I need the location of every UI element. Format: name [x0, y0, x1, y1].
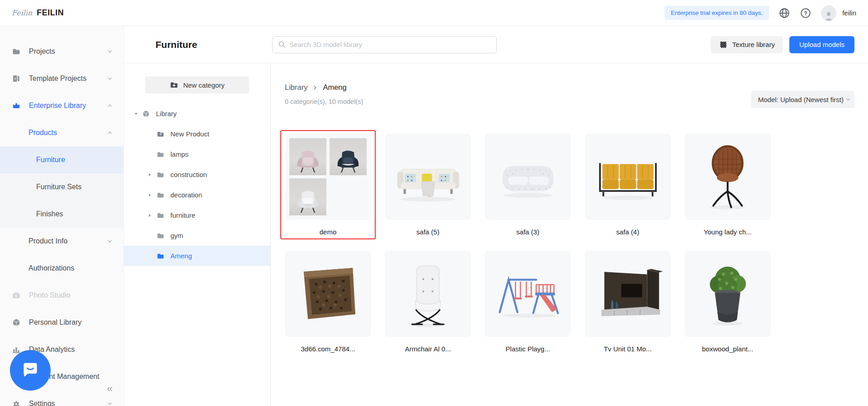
model-label: safa (3) — [485, 228, 571, 236]
chevron-down-icon — [107, 401, 113, 406]
model-label: 3d66.com_4784... — [285, 345, 371, 353]
thumb-armchair-navy — [330, 138, 367, 175]
sidebar: Projects Template Projects Enterprise Li… — [0, 26, 124, 406]
caret-right-icon[interactable] — [147, 193, 152, 197]
chat-widget-button[interactable] — [10, 350, 51, 391]
avatar[interactable] — [821, 5, 836, 21]
caret-right-icon[interactable] — [147, 173, 152, 177]
model-label: boxwood_plant... — [684, 345, 771, 353]
search-input[interactable] — [289, 41, 491, 48]
folder-icon — [156, 252, 165, 260]
model-card-tv-unit[interactable]: Tv Unit 01 Mo... — [580, 247, 675, 356]
sidebar-collapse-control[interactable]: « — [107, 383, 113, 395]
page-title: Furniture — [156, 39, 197, 50]
model-card-boxwood-plant[interactable]: boxwood_plant... — [680, 247, 775, 356]
model-card-3d66-panel[interactable]: 3d66.com_4784... — [280, 247, 376, 356]
folder-icon — [156, 171, 165, 179]
sidebar-item-photo-studio[interactable]: Photo Studio — [0, 282, 123, 309]
thumb-armchair-white — [289, 178, 326, 215]
sidebar-item-enterprise-library[interactable]: Enterprise Library — [0, 92, 123, 119]
globe-icon[interactable] — [778, 7, 790, 19]
template-projects-icon — [12, 74, 21, 83]
gear-icon — [12, 399, 21, 406]
camera-icon — [12, 291, 21, 300]
help-icon[interactable]: ? — [800, 7, 811, 19]
folder-question-icon: ? — [156, 130, 165, 138]
chevron-down-icon — [107, 76, 113, 81]
chevron-down-icon — [107, 238, 113, 244]
model-thumbnail — [585, 134, 671, 220]
folder-icon — [156, 191, 165, 199]
topbar: Feilin FEILIN Enterprise trial expires i… — [0, 0, 868, 26]
tree-node-gym[interactable]: gym — [124, 225, 270, 246]
model-card-safa-4[interactable]: safa (4) — [580, 130, 675, 239]
tree-node-library[interactable]: Library — [124, 103, 270, 124]
trial-notice-badge[interactable]: Enterprise trial expires in 80 days. — [665, 6, 769, 20]
model-card-plastic-playground[interactable]: Plastic Playg... — [480, 247, 576, 356]
sidebar-item-settings[interactable]: Settings — [0, 390, 123, 406]
model-card-armchair-al[interactable]: Armchair Al 0... — [380, 247, 476, 356]
model-thumbnail — [585, 251, 671, 337]
sidebar-item-furniture-sets[interactable]: Furniture Sets — [0, 173, 123, 201]
model-label: Plastic Playg... — [485, 345, 571, 353]
model-thumbnail — [385, 251, 471, 337]
svg-text:?: ? — [804, 9, 807, 16]
texture-icon — [719, 40, 728, 49]
svg-text:?: ? — [160, 132, 162, 136]
model-thumbnail — [485, 134, 571, 220]
category-tree-panel: New category Library ? New Product la — [124, 63, 271, 406]
model-thumbnail — [385, 134, 471, 220]
folder-icon — [12, 47, 21, 56]
folder-icon — [156, 211, 165, 219]
sidebar-item-furniture[interactable]: Furniture — [0, 146, 123, 173]
model-card-safa-5[interactable]: safa (5) — [380, 130, 476, 239]
model-label: Armchair Al 0... — [385, 345, 471, 353]
cube-icon — [142, 110, 150, 118]
brand-name: FEILIN — [37, 8, 64, 18]
chevron-up-icon — [107, 130, 113, 135]
model-label: demo — [285, 228, 371, 236]
brand-script-logo: Feilin — [12, 9, 32, 17]
tree-node-new-product[interactable]: ? New Product — [124, 124, 270, 144]
model-thumbnail — [285, 251, 371, 337]
model-thumbnail — [684, 134, 771, 220]
products-submenu: Furniture Furniture Sets Finishes — [0, 146, 123, 228]
thumb-armchair-pink — [289, 138, 326, 175]
sidebar-item-personal-library[interactable]: Personal Library — [0, 309, 123, 336]
page-header: Furniture Texture library Upload models — [124, 26, 868, 63]
sort-dropdown[interactable]: Model: Upload (Newest first) — [751, 91, 854, 108]
category-summary: 0 categorie(s), 10 model(s) — [285, 98, 363, 105]
sidebar-item-projects[interactable]: Projects — [0, 38, 123, 65]
sidebar-item-finishes[interactable]: Finishes — [0, 201, 123, 228]
model-thumbnail-group — [285, 134, 371, 220]
sidebar-item-authorizations[interactable]: Authorizations — [0, 255, 123, 282]
tree-node-lamps[interactable]: lamps — [124, 144, 270, 164]
tree-node-decoration[interactable]: decoration — [124, 185, 270, 205]
model-label: safa (4) — [585, 228, 671, 236]
caret-right-icon[interactable] — [147, 213, 152, 218]
chevron-right-icon — [312, 84, 318, 91]
breadcrumb-current: Ameng — [323, 83, 346, 92]
tree-node-construction[interactable]: construction — [124, 164, 270, 185]
search-icon — [278, 41, 286, 48]
new-category-button[interactable]: New category — [145, 76, 249, 93]
folder-plus-icon — [170, 80, 179, 89]
tree-node-furniture[interactable]: furniture — [124, 205, 270, 225]
model-label: Young lady ch... — [684, 228, 771, 236]
chevron-up-icon — [107, 103, 113, 108]
model-thumbnail — [684, 251, 771, 337]
sidebar-item-product-info[interactable]: Product Info — [0, 228, 123, 255]
upload-models-button[interactable]: Upload models — [789, 36, 854, 53]
search-box[interactable] — [272, 36, 497, 53]
texture-library-button[interactable]: Texture library — [711, 36, 783, 53]
folder-icon — [156, 150, 165, 159]
cube-icon — [12, 318, 21, 327]
tree-node-ameng[interactable]: Ameng — [124, 246, 270, 266]
model-card-young-lady-chair[interactable]: Young lady ch... — [680, 130, 775, 239]
model-card-safa-3[interactable]: safa (3) — [480, 130, 576, 239]
sidebar-item-template-projects[interactable]: Template Projects — [0, 65, 123, 92]
breadcrumb-library[interactable]: Library — [285, 83, 307, 92]
caret-down-icon[interactable] — [134, 112, 138, 116]
model-card-demo[interactable]: demo — [280, 130, 376, 239]
sidebar-item-products[interactable]: Products — [0, 119, 123, 146]
